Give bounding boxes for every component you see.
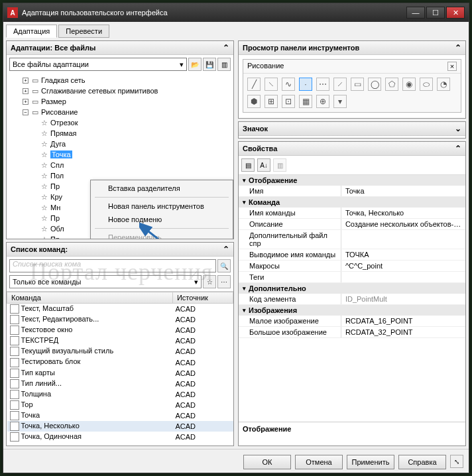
tab-translate[interactable]: Перевести [58,25,109,38]
adaptation-files-dropdown[interactable]: Все файлы адаптации ▾ [9,58,187,71]
prop-value[interactable] [341,272,465,282]
minimize-button[interactable]: — [406,7,425,19]
prop-category-images[interactable]: ▾Изображения [239,305,465,316]
collapse-icon[interactable]: ⌃ [455,43,461,52]
tool-icon[interactable]: ▦ [299,95,312,108]
tree-node[interactable]: Рисование [41,108,78,116]
tool-icon[interactable]: ⊡ [282,95,295,108]
tool-icon[interactable]: ⊕ [316,95,329,108]
tree-item[interactable]: Пол [50,172,64,180]
expand-icon[interactable]: + [23,99,29,105]
command-row[interactable]: ТЕКСТРЕДACAD [7,335,233,346]
tool-icon[interactable]: ⟋ [333,78,347,91]
expand-icon[interactable]: ⌄ [455,124,461,133]
save-button[interactable]: ▥ [217,58,231,71]
command-row[interactable]: ТочкаACAD [7,410,233,421]
tool-icon[interactable]: ⋯ [316,78,329,91]
command-row[interactable]: Тип линий...ACAD [7,379,233,389]
cancel-button[interactable]: Отмена [295,455,343,469]
prop-value[interactable] [341,230,465,249]
tool-icon[interactable]: ⟍ [265,78,278,91]
collapse-icon[interactable]: − [23,109,29,115]
tool-icon[interactable]: ◯ [368,78,381,91]
command-row[interactable]: Тестировать блокACAD [7,357,233,367]
menu-new-toolbar[interactable]: Новая панель инструментов [92,200,231,213]
tree-item[interactable]: Отрезок [50,119,78,127]
tool-icon[interactable]: ╱ [247,78,261,91]
command-row[interactable]: Текстовое окноACAD [7,325,233,335]
prop-label: Малое изображение [239,316,341,326]
prop-category-display[interactable]: ▾Отображение [239,175,465,186]
tree-node[interactable]: Гладкая сеть [41,76,86,84]
close-button[interactable]: ✕ [446,7,465,19]
tool-icon[interactable]: ⊞ [265,95,278,108]
search-input[interactable]: Список поиска кома [9,259,216,272]
prop-category-more[interactable]: ▾Дополнительно [239,283,465,294]
tool-icon[interactable]: ◔ [437,78,450,91]
tool-icon[interactable]: ▭ [351,78,364,91]
titlebar[interactable]: A Адаптация пользовательского интерфейса… [3,3,469,22]
prop-category-command[interactable]: ▾Команда [239,197,465,208]
tree-item[interactable]: Мн [50,204,60,211]
tree-item[interactable]: Пр [50,182,60,190]
search-button[interactable]: 🔍 [217,259,231,272]
col-source[interactable]: Источник [172,292,233,304]
tree-item[interactable]: Дуга [50,140,66,148]
tree-item[interactable]: Пр [50,235,60,239]
tree-item[interactable]: Пр [50,214,60,222]
maximize-button[interactable]: ☐ [426,7,445,19]
expand-icon[interactable]: + [23,78,29,84]
filter-dropdown[interactable]: Только все команды ▾ [9,275,202,288]
command-row[interactable]: ТолщинаACAD [7,389,233,400]
apply-button[interactable]: Применить [347,455,394,469]
tree-item[interactable]: Обл [50,225,64,233]
command-row[interactable]: Текущий визуальный стильACAD [7,346,233,357]
col-command[interactable]: Команда [7,292,173,304]
save-all-button[interactable]: 💾 [203,58,216,71]
collapse-icon[interactable]: ⌃ [455,144,461,153]
new-command-button[interactable]: ☆ [203,275,216,288]
alphabetical-button[interactable]: A↓ [257,158,270,172]
tree-node[interactable]: Сглаживание сетевых примитивов [41,87,158,95]
help-button[interactable]: Справка [398,455,446,469]
command-table[interactable]: Команда Источник Текст, МасштабACADТекст… [7,291,233,446]
tool-icon[interactable]: ⬠ [385,78,398,91]
command-row[interactable]: Точка, НесколькоACAD [7,421,233,432]
prop-value[interactable]: RCDATA_16_POINT [341,316,465,326]
expand-dialog-button[interactable]: ⤡ [450,455,463,468]
prop-value[interactable]: ^C^C_point [341,261,465,271]
prop-value[interactable]: ТОЧКА [341,249,465,260]
collapse-icon[interactable]: ⌃ [223,43,229,52]
tool-icon[interactable]: ⬭ [420,78,433,91]
command-row[interactable]: ТорACAD [7,400,233,410]
command-row[interactable]: Текст, Редактировать...ACAD [7,314,233,325]
menu-new-submenu[interactable]: Новое подменю [92,213,231,226]
ok-button[interactable]: ОК [243,455,291,469]
tool-icon[interactable]: ⬢ [247,95,261,108]
expand-icon[interactable]: + [23,88,29,94]
tree-item[interactable]: Кру [50,193,62,201]
prop-name-value[interactable]: Точка [341,186,465,196]
prop-value[interactable]: Точка, Несколько [341,208,465,218]
open-file-button[interactable]: 📂 [188,58,202,71]
command-row[interactable]: Тип картыACAD [7,368,233,379]
prop-value[interactable]: Создание нескольких объектов-точ [341,219,465,229]
preview-close-icon[interactable]: × [447,62,457,71]
tree-item[interactable]: Спл [50,161,64,169]
more-button[interactable]: ⋯ [217,275,231,288]
tool-icon-selected[interactable]: · [299,78,312,91]
command-row[interactable]: Текст, МасштабACAD [7,304,233,315]
tree-node[interactable]: Размер [41,97,66,105]
menu-insert-separator[interactable]: Вставка разделителя [92,182,231,195]
tool-icon[interactable]: ◉ [402,78,416,91]
customization-tree[interactable]: +▭Гладкая сеть +▭Сглаживание сетевых при… [7,74,233,239]
collapse-icon[interactable]: ⌃ [223,245,229,254]
tool-icon[interactable]: ∿ [282,78,295,91]
prop-value[interactable]: RCDATA_32_POINT [341,327,465,337]
tree-item-selected[interactable]: Точка [50,150,72,158]
command-row[interactable]: Точка, ОдиночнаяACAD [7,432,233,442]
tool-icon[interactable]: ▾ [333,95,347,108]
categorized-button[interactable]: ▤ [241,158,255,172]
tab-adaptation[interactable]: Адаптация [6,25,57,38]
tree-item[interactable]: Прямая [50,129,77,137]
